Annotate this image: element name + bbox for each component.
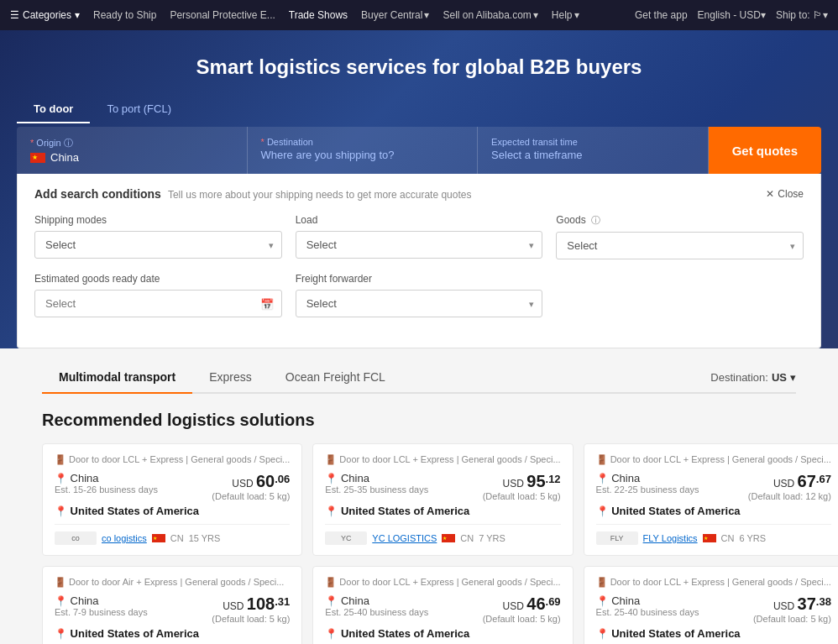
transit-time-field[interactable]: Expected transit time Select a timeframe	[478, 127, 709, 174]
provider-name[interactable]: co logistics	[102, 533, 147, 543]
nav-buyer-central[interactable]: Buyer Central▾	[361, 9, 429, 21]
logistics-card[interactable]: 🚪 Door to door LCL + Express | General g…	[42, 443, 302, 556]
card-origin: 📍 China	[325, 594, 428, 607]
estimated-date-input[interactable]	[34, 290, 282, 317]
panel-header: Add search conditions Tell us more about…	[34, 187, 804, 201]
card-cents: .06	[275, 473, 290, 485]
card-currency: USD	[773, 600, 798, 612]
card-meta: 🚪 Door to door LCL + Express | General g…	[325, 577, 560, 588]
load-select[interactable]: Select	[296, 231, 543, 259]
card-price: USD 95.12 (Default load: 5 kg)	[483, 472, 561, 501]
cn-flag-icon	[703, 534, 716, 542]
logistics-card[interactable]: 🚪 Door to door LCL + Express | General g…	[312, 566, 573, 644]
card-currency: USD	[232, 478, 256, 490]
card-route: 📍 China Est. 15-26 business days USD 60.…	[55, 472, 290, 501]
tab-ocean-fcl[interactable]: Ocean Freight FCL	[269, 362, 402, 394]
ship-to-selector[interactable]: Ship to: 🏳▾	[776, 9, 828, 21]
nav-help[interactable]: Help▾	[552, 9, 579, 21]
shipping-modes-select-wrapper: Select ▾	[34, 231, 282, 259]
section-title: Recommended logistics solutions	[42, 411, 796, 430]
tab-to-port[interactable]: To port (FCL)	[90, 96, 188, 123]
destination-selector[interactable]: Destination: US ▾	[710, 371, 796, 384]
tab-multimodal[interactable]: Multimodal transport	[42, 362, 192, 394]
close-x-icon: ✕	[766, 188, 774, 200]
card-default-load: (Default load: 5 kg)	[212, 491, 290, 501]
categories-dropdown[interactable]: ☰ Categories ▾	[10, 9, 80, 21]
freight-forwarder-label: Freight forwarder	[296, 273, 543, 285]
card-route: 📍 China Est. 25-40 business days USD 46.…	[325, 594, 560, 624]
door-icon: 🚪	[596, 577, 608, 587]
nav-trade-shows[interactable]: Trade Shows	[289, 9, 348, 21]
card-days: Est. 7-9 business days	[55, 607, 148, 617]
card-price: USD 108.31 (Default load: 5 kg)	[212, 594, 290, 624]
top-navigation: ☰ Categories ▾ Ready to Ship Personal Pr…	[0, 0, 838, 30]
hero-section: Smart logistics services for global B2B …	[0, 30, 838, 348]
panel-title: Add search conditions	[34, 187, 161, 201]
card-days: Est. 15-26 business days	[55, 484, 158, 495]
card-origin: 📍 China	[596, 472, 699, 484]
door-icon: 🚪	[55, 454, 66, 464]
load-select-wrapper: Select ▾	[296, 231, 543, 259]
door-icon: 🚪	[55, 577, 66, 587]
location-to-icon: 📍	[596, 628, 609, 640]
logistics-card[interactable]: 🚪 Door to door Air + Express | General g…	[42, 566, 302, 644]
card-default-load: (Default load: 5 kg)	[483, 614, 561, 624]
close-panel-button[interactable]: ✕ Close	[766, 188, 804, 200]
card-route: 📍 China Est. 25-40 business days USD 37.…	[596, 594, 831, 624]
flag-icon: 🏳	[813, 9, 823, 21]
card-origin: 📍 China	[596, 594, 699, 607]
card-flag-label: CN	[721, 533, 735, 543]
nav-sell-on-alibaba[interactable]: Sell on Alibaba.com▾	[443, 9, 537, 21]
card-meta: 🚪 Door to door LCL + Express | General g…	[596, 454, 831, 465]
location-to-icon: 📍	[55, 628, 67, 640]
language-selector[interactable]: English - USD▾	[698, 9, 766, 21]
door-icon: 🚪	[325, 577, 337, 587]
get-quotes-button[interactable]: Get quotes	[709, 127, 821, 174]
logistics-card[interactable]: 🚪 Door to door LCL + Express | General g…	[584, 443, 838, 556]
card-footer: co co logistics CN 15 YRS	[55, 524, 290, 545]
location-from-icon: 📍	[596, 595, 609, 607]
logistics-card[interactable]: 🚪 Door to door LCL + Express | General g…	[312, 443, 573, 556]
card-default-load: (Default load: 5 kg)	[753, 614, 831, 624]
provider-logo: FLY	[596, 531, 638, 545]
card-destination: 📍 United States of America	[325, 627, 560, 640]
card-route: 📍 China Est. 22-25 business days USD 67.…	[596, 472, 831, 501]
location-to-icon: 📍	[325, 628, 338, 640]
card-cents: .38	[816, 595, 831, 608]
nav-ready-to-ship[interactable]: Ready to Ship	[93, 9, 156, 21]
shipping-tabs: To door To port (FCL)	[17, 96, 821, 123]
door-icon: 🚪	[596, 454, 608, 464]
main-content: Multimodal transport Express Ocean Freig…	[0, 348, 838, 644]
tab-to-door[interactable]: To door	[17, 96, 90, 123]
logistics-card[interactable]: 🚪 Door to door LCL + Express | General g…	[584, 566, 838, 644]
destination-placeholder: Where are you shipping to?	[261, 149, 464, 161]
freight-forwarder-select[interactable]: Select	[296, 290, 543, 317]
provider-name[interactable]: YC LOGISTICS	[372, 533, 437, 543]
card-cents: .67	[816, 473, 831, 485]
location-from-icon: 📍	[55, 595, 67, 607]
destination-chevron-icon: ▾	[790, 371, 796, 384]
destination-selector-value: US	[772, 371, 787, 384]
location-from-icon: 📍	[325, 595, 338, 607]
goods-select-wrapper: Select ▾	[556, 232, 804, 259]
location-to-icon: 📍	[55, 505, 67, 517]
shipping-modes-select[interactable]: Select	[34, 231, 282, 259]
provider-name[interactable]: FLY Logistics	[643, 533, 698, 543]
card-years: 15 YRS	[189, 533, 221, 543]
card-price: USD 67.67 (Default load: 12 kg)	[748, 472, 831, 501]
location-from-icon: 📍	[596, 473, 609, 484]
cn-flag-icon	[152, 534, 165, 542]
get-app-link[interactable]: Get the app	[635, 9, 688, 21]
origin-value[interactable]: China	[30, 151, 233, 164]
search-conditions-panel: Add search conditions Tell us more about…	[17, 174, 821, 348]
transit-label: Expected transit time	[491, 137, 694, 147]
freight-forwarder-group: Freight forwarder Select ▾	[296, 273, 543, 317]
location-from-icon: 📍	[325, 473, 338, 484]
destination-field[interactable]: * Destination Where are you shipping to?	[248, 127, 479, 174]
goods-select[interactable]: Select	[556, 232, 804, 259]
card-amount: 108	[247, 594, 275, 613]
tab-express[interactable]: Express	[192, 362, 269, 394]
nav-personal-protective[interactable]: Personal Protective E...	[170, 9, 275, 21]
categories-label: Categories	[23, 9, 71, 21]
china-flag-icon	[30, 153, 45, 163]
